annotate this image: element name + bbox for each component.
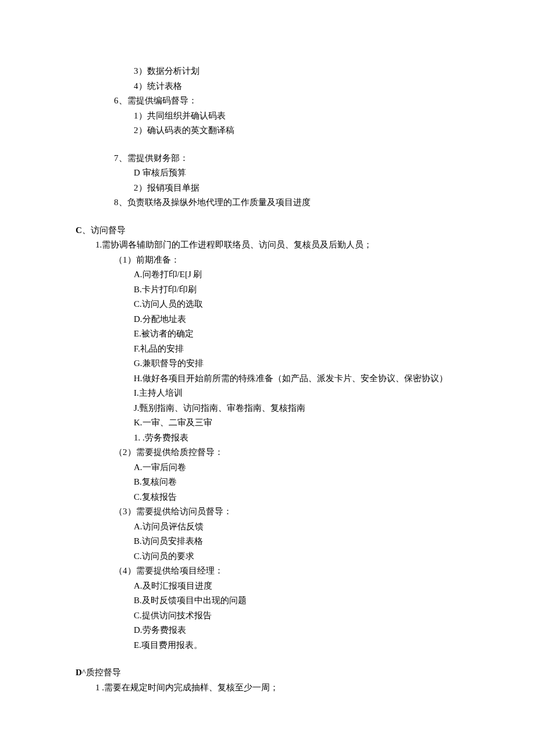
list-item: E.被访者的确定 bbox=[134, 327, 459, 342]
section-c-heading: C、访问督导 bbox=[76, 223, 459, 238]
list-item: 1）共同组织并确认码表 bbox=[134, 109, 459, 124]
list-item: I.主持人培训 bbox=[134, 386, 459, 401]
list-item: F.礼品的安排 bbox=[134, 342, 459, 357]
list-item: K.一审、二审及三审 bbox=[134, 415, 459, 431]
list-item: H.做好各项目开始前所需的特殊准备（如产品、派发卡片、安全协议、保密协议） bbox=[134, 371, 459, 386]
list-item: 2）报销项目单据 bbox=[134, 181, 459, 196]
group-title: （4）需要提供给项目经理： bbox=[114, 564, 459, 579]
list-item: A.问卷打印/E[J 刷 bbox=[134, 267, 459, 282]
section-c-line1: 1.需协调各辅助部门的工作进程即联络员、访问员、复核员及后勤人员； bbox=[95, 238, 459, 253]
heading-rest: ^质控督导 bbox=[82, 668, 121, 677]
list-item: B.访问员安排表格 bbox=[134, 534, 459, 549]
list-item: C.访问员的要求 bbox=[134, 549, 459, 564]
heading-letter: C bbox=[76, 225, 82, 235]
list-item: A.一审后问卷 bbox=[134, 460, 459, 475]
heading-rest: 、访问督导 bbox=[82, 225, 126, 235]
list-item: 3）数据分析计划 bbox=[134, 64, 459, 79]
list-item: B.及时反馈项目中出现的问题 bbox=[134, 593, 459, 608]
list-item: G.兼职督导的安排 bbox=[134, 356, 459, 371]
section-d-line1: 1 .需要在规定时间内完成抽样、复核至少一周； bbox=[95, 680, 459, 696]
list-item: 8、负责联络及操纵外地代理的工作质量及项目进度 bbox=[114, 195, 459, 210]
list-item: A.访问员评估反馈 bbox=[134, 519, 459, 535]
list-item: J.甄别指南、访问指南、审卷指南、复核指南 bbox=[134, 401, 459, 416]
list-item: 1. .劳务费报表 bbox=[134, 431, 459, 446]
list-item: D.劳务费报表 bbox=[134, 623, 459, 638]
list-item: D 审核后预算 bbox=[134, 166, 459, 181]
list-item: 2）确认码表的英文翻译稿 bbox=[134, 123, 459, 138]
list-item: A.及时汇报项目进度 bbox=[134, 579, 459, 594]
list-item: C.访问人员的选取 bbox=[134, 297, 459, 312]
list-item: 4）统计表格 bbox=[134, 79, 459, 94]
list-item: E.项目费用报表。 bbox=[134, 638, 459, 653]
group-title: （2）需要提供给质控督导： bbox=[114, 445, 459, 460]
group-title: （3）需要提供给访问员督导： bbox=[114, 504, 459, 519]
section-d-heading: D^质控督导 bbox=[76, 665, 459, 680]
group-title: （1）前期准备： bbox=[114, 253, 459, 268]
list-item: 6、需提供编码督导： bbox=[114, 94, 459, 109]
heading-letter: D bbox=[76, 668, 82, 677]
list-item: C.提供访问技术报告 bbox=[134, 608, 459, 624]
list-item: B.复核问卷 bbox=[134, 475, 459, 490]
list-item: D.分配地址表 bbox=[134, 312, 459, 327]
list-item: C.复核报告 bbox=[134, 490, 459, 505]
list-item: B.卡片打印/印刷 bbox=[134, 282, 459, 298]
list-item: 7、需提供财务部： bbox=[114, 151, 459, 166]
